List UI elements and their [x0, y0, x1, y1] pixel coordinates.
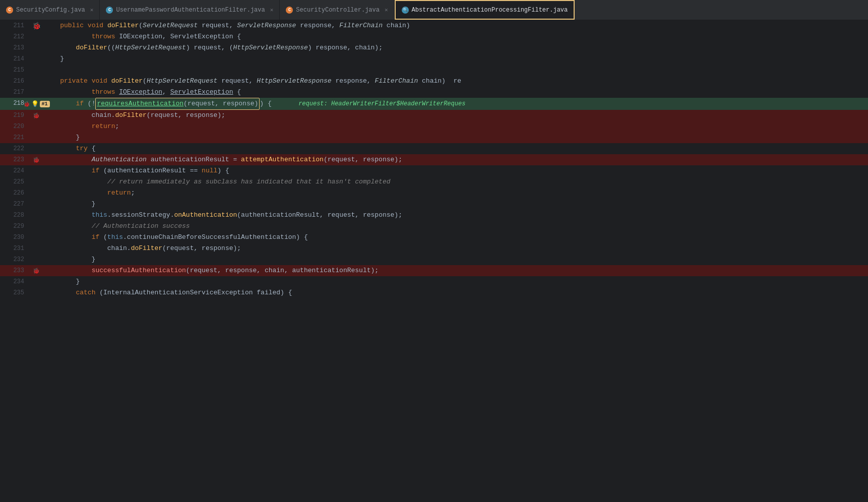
line-number-231: 231: [0, 243, 30, 254]
tab-label-2: UsernamePasswordAuthenticationFilter.jav…: [116, 7, 265, 14]
line-content-211: public void doFilter(ServletRequest requ…: [42, 20, 868, 31]
line-marker-227: [30, 199, 42, 210]
line-marker-223: 🐞: [30, 154, 42, 165]
line-content-215: [42, 65, 868, 76]
line-number-221: 221: [0, 132, 30, 143]
code-line-224: 224 if (authenticationResult == null) {: [0, 165, 868, 176]
breakpoint-red-233: 🐞: [33, 268, 40, 274]
lamp-icon-218: 💡: [31, 100, 39, 108]
line-number-226: 226: [0, 187, 30, 199]
line-content-229: // Authentication success: [42, 221, 868, 232]
line-marker-234: [30, 276, 42, 287]
code-line-215: 215: [0, 65, 868, 76]
line-number-234: 234: [0, 276, 30, 287]
line-content-231: chain.doFilter(request, response);: [42, 243, 868, 254]
code-line-230: 230 if (this.continueChainBeforeSuccessf…: [0, 232, 868, 243]
line-content-225: // return immediately as subclass has in…: [42, 176, 868, 187]
line-marker-218: 🐞 💡 #1: [30, 98, 42, 110]
tab-security-controller[interactable]: C SecurityController.java ✕: [280, 0, 394, 20]
code-line-232: 232 }: [0, 254, 868, 265]
line-number-229: 229: [0, 221, 30, 232]
line-marker-221: [30, 132, 42, 143]
line-content-226: return;: [42, 187, 868, 199]
line-content-217: throws IOException, ServletException {: [42, 87, 868, 98]
line-content-212: throws IOException, ServletException {: [42, 31, 868, 42]
tab-icon-4: 🔍: [402, 7, 409, 14]
line-marker-216: [30, 76, 42, 87]
line-marker-232: [30, 254, 42, 265]
line-marker-235: [30, 287, 42, 298]
line-number-216: 216: [0, 76, 30, 87]
line-number-228: 228: [0, 210, 30, 221]
tab-username-password-filter[interactable]: C UsernamePasswordAuthenticationFilter.j…: [100, 0, 280, 20]
line-content-220: return;: [42, 121, 868, 132]
breakpoint-red-223: 🐞: [33, 157, 40, 163]
code-content[interactable]: 211 🐞 public void doFilter(ServletReques…: [0, 20, 868, 502]
line-number-223: 223: [0, 154, 30, 165]
breakpoint-red-218: 🐞: [23, 101, 30, 107]
tab-close-2[interactable]: ✕: [270, 7, 274, 13]
line-marker-226: [30, 187, 42, 199]
line-number-222: 222: [0, 143, 30, 154]
code-line-221: 221 }: [0, 132, 868, 143]
line-number-212: 212: [0, 31, 30, 42]
line-number-211: 211: [0, 20, 30, 31]
tab-label-1: SecurityConfig.java: [16, 7, 85, 14]
code-line-225: 225 // return immediately as subclass ha…: [0, 176, 868, 187]
line-content-214: }: [42, 53, 868, 65]
code-line-213: 213 doFilter((HttpServletRequest) reques…: [0, 42, 868, 53]
line-marker-224: [30, 165, 42, 176]
line-number-224: 224: [0, 165, 30, 176]
code-line-217: 217 throws IOException, ServletException…: [0, 87, 868, 98]
tab-label-4: AbstractAuthenticationProcessingFilter.j…: [412, 7, 568, 14]
line-content-216: private void doFilter(HttpServletRequest…: [42, 76, 868, 87]
tab-security-config[interactable]: C SecurityConfig.java ✕: [0, 0, 100, 20]
breakpoint-icon-211: 🐞: [32, 22, 41, 30]
tab-icon-3: C: [286, 7, 293, 14]
code-line-219: 219 🐞 chain.doFilter(request, response);: [0, 110, 868, 121]
code-line-222: 222 try {: [0, 143, 868, 154]
line-marker-211: 🐞: [30, 20, 42, 31]
line-number-217: 217: [0, 87, 30, 98]
line-content-234: }: [42, 276, 868, 287]
line-content-218: if (!requiresAuthentication(request, res…: [42, 98, 868, 110]
code-line-234: 234 }: [0, 276, 868, 287]
code-line-233: 233 🐞 successfulAuthentication(request, …: [0, 265, 868, 276]
tab-icon-2: C: [106, 7, 113, 14]
line-marker-220: [30, 121, 42, 132]
line-content-223: Authentication authenticationResult = at…: [42, 154, 868, 165]
code-line-226: 226 return;: [0, 187, 868, 199]
line-marker-225: [30, 176, 42, 187]
line-number-213: 213: [0, 42, 30, 53]
line-marker-219: 🐞: [30, 110, 42, 121]
code-line-235: 235 catch (InternalAuthenticationService…: [0, 287, 868, 298]
code-line-228: 228 this.sessionStrategy.onAuthenticatio…: [0, 210, 868, 221]
line-content-233: successfulAuthentication(request, respon…: [42, 265, 868, 276]
line-content-232: }: [42, 254, 868, 265]
line-content-228: this.sessionStrategy.onAuthentication(au…: [42, 210, 868, 221]
line-marker-212: [30, 31, 42, 42]
line-marker-217: [30, 87, 42, 98]
line-marker-228: [30, 210, 42, 221]
code-line-211: 211 🐞 public void doFilter(ServletReques…: [0, 20, 868, 31]
line-content-235: catch (InternalAuthenticationServiceExce…: [42, 287, 868, 298]
line-number-225: 225: [0, 176, 30, 187]
line-marker-233: 🐞: [30, 265, 42, 276]
line-content-219: chain.doFilter(request, response);: [42, 110, 868, 121]
tab-close-1[interactable]: ✕: [90, 7, 94, 13]
line-marker-213: [30, 42, 42, 53]
line-number-220: 220: [0, 121, 30, 132]
code-line-229: 229 // Authentication success: [0, 221, 868, 232]
line-marker-214: [30, 53, 42, 65]
line-content-224: if (authenticationResult == null) {: [42, 165, 868, 176]
code-line-223: 223 🐞 Authentication authenticationResul…: [0, 154, 868, 165]
line-marker-215: [30, 65, 42, 76]
code-line-214: 214 }: [0, 53, 868, 65]
code-line-227: 227 }: [0, 199, 868, 210]
tab-close-3[interactable]: ✕: [385, 7, 388, 13]
tab-abstract-auth-filter[interactable]: 🔍 AbstractAuthenticationProcessingFilter…: [395, 0, 575, 20]
line-number-230: 230: [0, 232, 30, 243]
line-marker-229: [30, 221, 42, 232]
line-content-213: doFilter((HttpServletRequest) request, (…: [42, 42, 868, 53]
line-marker-231: [30, 243, 42, 254]
